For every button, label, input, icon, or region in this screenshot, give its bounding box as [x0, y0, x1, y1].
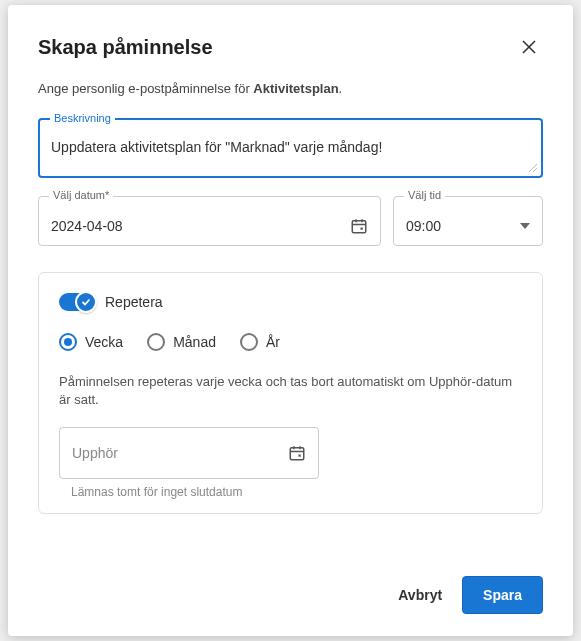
- repeat-panel: Repetera Vecka Månad År Påminnelsen repe…: [38, 272, 543, 514]
- repeat-toggle-label: Repetera: [105, 294, 163, 310]
- radio-month[interactable]: Månad: [147, 333, 216, 351]
- svg-rect-9: [290, 448, 304, 460]
- close-button[interactable]: [515, 33, 543, 61]
- dialog-subtitle: Ange personlig e-postpåminnelse för Akti…: [38, 81, 543, 96]
- description-input[interactable]: Uppdatera aktivitetsplan för "Marknad" v…: [51, 139, 530, 167]
- end-date-field[interactable]: Upphör: [59, 427, 319, 479]
- check-icon: [81, 297, 91, 307]
- radio-week-indicator: [59, 333, 77, 351]
- repeat-toggle-row: Repetera: [59, 293, 522, 311]
- dialog-header: Skapa påminnelse: [38, 33, 543, 61]
- dialog-footer: Avbryt Spara: [38, 552, 543, 614]
- svg-rect-13: [299, 455, 301, 457]
- calendar-icon[interactable]: [350, 217, 368, 235]
- date-label: Välj datum*: [49, 189, 113, 201]
- toggle-knob: [75, 291, 97, 313]
- calendar-icon[interactable]: [288, 444, 306, 462]
- svg-rect-8: [361, 228, 363, 230]
- repeat-toggle[interactable]: [59, 293, 95, 311]
- svg-rect-4: [352, 221, 366, 233]
- dialog-backdrop: Skapa påminnelse Ange personlig e-postpå…: [0, 0, 581, 641]
- cancel-button[interactable]: Avbryt: [392, 577, 448, 613]
- resize-handle-icon[interactable]: [527, 162, 537, 172]
- create-reminder-dialog: Skapa påminnelse Ange personlig e-postpå…: [8, 5, 573, 636]
- dropdown-icon[interactable]: [520, 223, 530, 229]
- svg-line-2: [529, 164, 537, 172]
- date-field[interactable]: Välj datum* 2024-04-08: [38, 196, 381, 246]
- end-date-placeholder: Upphör: [72, 445, 118, 461]
- description-label: Beskrivning: [50, 112, 115, 124]
- dialog-title: Skapa påminnelse: [38, 36, 213, 59]
- repeat-helper-text: Påminnelsen repeteras varje vecka och ta…: [59, 373, 522, 409]
- save-button[interactable]: Spara: [462, 576, 543, 614]
- repeat-frequency-group: Vecka Månad År: [59, 333, 522, 351]
- radio-month-indicator: [147, 333, 165, 351]
- radio-week[interactable]: Vecka: [59, 333, 123, 351]
- end-date-hint: Lämnas tomt för inget slutdatum: [71, 485, 522, 499]
- date-value: 2024-04-08: [51, 218, 123, 234]
- radio-year[interactable]: År: [240, 333, 280, 351]
- radio-year-indicator: [240, 333, 258, 351]
- description-field[interactable]: Beskrivning Uppdatera aktivitetsplan för…: [38, 118, 543, 178]
- close-icon: [521, 39, 537, 55]
- datetime-row: Välj datum* 2024-04-08 Välj tid 09:00: [38, 196, 543, 246]
- svg-line-3: [533, 168, 537, 172]
- time-label: Välj tid: [404, 189, 445, 201]
- time-value: 09:00: [406, 218, 441, 234]
- time-field[interactable]: Välj tid 09:00: [393, 196, 543, 246]
